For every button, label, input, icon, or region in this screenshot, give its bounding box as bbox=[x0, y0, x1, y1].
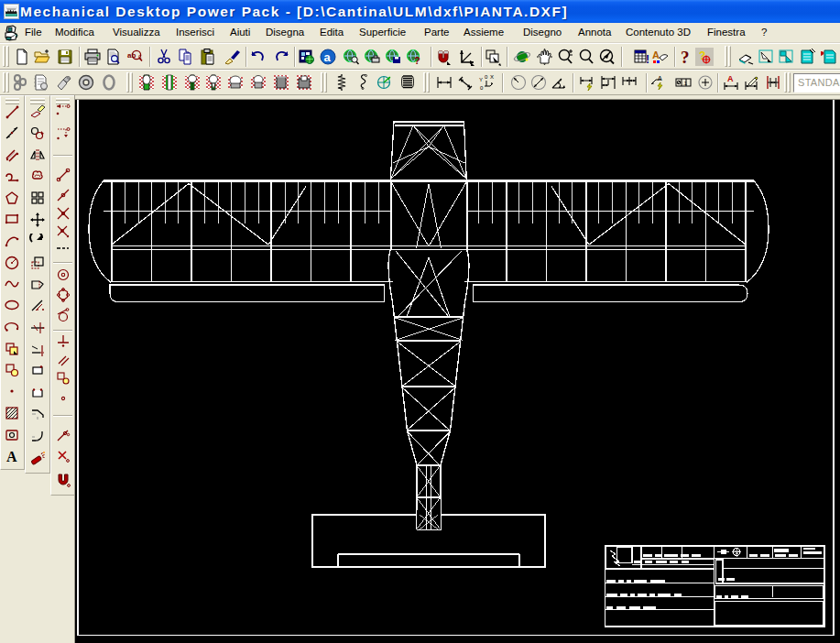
svg-text:.1: .1 bbox=[682, 81, 688, 86]
svg-text:0: 0 bbox=[480, 85, 484, 91]
svg-text:c: c bbox=[138, 53, 142, 60]
svg-text:?: ? bbox=[699, 49, 705, 62]
svg-text:A: A bbox=[727, 74, 734, 83]
svg-text:0: 0 bbox=[485, 74, 488, 80]
svg-text:X: X bbox=[490, 74, 494, 80]
svg-text:a: a bbox=[324, 50, 332, 64]
svg-text:!: ! bbox=[646, 53, 649, 66]
svg-text:A: A bbox=[652, 49, 660, 60]
svg-text:A: A bbox=[658, 75, 662, 82]
svg-text:?: ? bbox=[681, 48, 690, 66]
svg-text:A: A bbox=[6, 449, 17, 464]
svg-text:Y: Y bbox=[479, 77, 483, 82]
svg-text:?: ? bbox=[414, 55, 420, 66]
